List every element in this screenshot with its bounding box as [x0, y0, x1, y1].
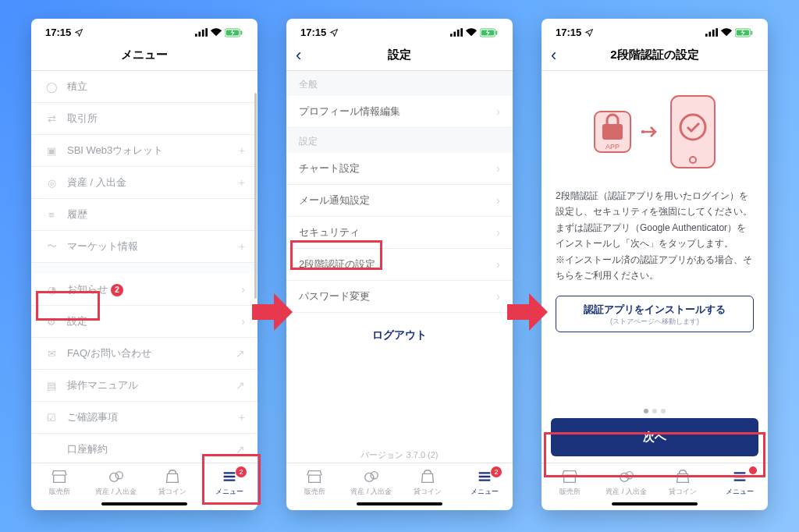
- svg-rect-11: [457, 30, 460, 37]
- svg-rect-9: [450, 34, 453, 37]
- settings-security[interactable]: セキュリティ›: [286, 217, 513, 249]
- back-button[interactable]: ‹: [551, 47, 556, 64]
- bell-icon: ◔: [44, 284, 59, 296]
- status-time: 17:15: [300, 27, 326, 38]
- tab-assets[interactable]: 資産 / 入出金: [343, 468, 400, 497]
- svg-rect-0: [195, 34, 197, 37]
- coins-icon: [618, 468, 635, 485]
- settings-chart[interactable]: チャート設定›: [286, 153, 513, 185]
- bag-icon: [164, 468, 181, 485]
- svg-rect-18: [705, 34, 708, 37]
- settings-mail[interactable]: メール通知設定›: [286, 185, 513, 217]
- tab-lending[interactable]: 貸コイン: [655, 468, 712, 497]
- menu-item-web3[interactable]: ▣SBI Web3ウォレット+: [31, 135, 257, 167]
- scrollbar[interactable]: [254, 93, 257, 436]
- svg-rect-26: [602, 124, 623, 140]
- tab-badge: 2: [491, 466, 502, 477]
- list-icon: ≡: [44, 209, 59, 221]
- tab-assets[interactable]: 資産 / 入出金: [598, 468, 655, 497]
- screen-menu: 17:15 メニュー ◯積立 ⇄取引所 ▣SBI Web3ウォレット+ ◎資産 …: [31, 19, 257, 510]
- tab-sales[interactable]: 販売所: [31, 468, 88, 497]
- svg-point-32: [620, 473, 629, 481]
- screen-settings: 17:15 ‹ 設定 全般 プロフィール情報編集› 設定 チャート設定› メール…: [286, 19, 513, 510]
- settings-profile[interactable]: プロフィール情報編集›: [286, 96, 513, 128]
- flow-arrow-2: [503, 289, 550, 335]
- menu-item-history[interactable]: ≡履歴: [31, 199, 257, 231]
- illustration: APP: [556, 83, 754, 188]
- menu-item-manual[interactable]: ▤操作マニュアル↗: [31, 370, 257, 402]
- status-right: [705, 28, 754, 37]
- title-bar: ‹ 設定: [286, 41, 513, 71]
- arrow-right-icon: [641, 124, 660, 140]
- signal-icon: [450, 28, 463, 37]
- status-right: [450, 28, 499, 37]
- logout-button[interactable]: ログアウト: [286, 313, 513, 358]
- svg-rect-19: [708, 32, 711, 37]
- location-icon: [329, 28, 339, 37]
- gear-icon: ⚙: [44, 316, 59, 328]
- tab-sales[interactable]: 販売所: [542, 468, 598, 497]
- menu-item-exchange[interactable]: ⇄取引所: [31, 103, 257, 135]
- status-time: 17:15: [556, 27, 581, 38]
- tab-badge: [749, 466, 757, 474]
- wifi-icon: [720, 28, 733, 37]
- tab-badge: 2: [236, 466, 247, 477]
- svg-rect-6: [241, 30, 243, 34]
- svg-rect-2: [202, 30, 204, 37]
- tab-lending[interactable]: 貸コイン: [144, 468, 201, 497]
- shop-icon: [51, 468, 68, 485]
- flow-arrow-1: [248, 289, 295, 335]
- tab-lending[interactable]: 貸コイン: [400, 468, 456, 497]
- next-button[interactable]: 次へ: [551, 418, 758, 456]
- exchange-icon: ⇄: [44, 113, 59, 125]
- menu-item-notice[interactable]: ◔お知らせ2›: [31, 274, 257, 306]
- menu-item-confirm[interactable]: ☑ご確認事項+: [31, 402, 257, 434]
- home-indicator[interactable]: [357, 502, 442, 505]
- coins-icon: [363, 468, 380, 485]
- svg-rect-24: [751, 30, 753, 34]
- page-title: 2段階認証の設定: [610, 48, 698, 62]
- settings-2fa[interactable]: 2段階認証の設定›: [286, 249, 513, 281]
- menu-list: ◯積立 ⇄取引所 ▣SBI Web3ウォレット+ ◎資産 / 入出金+ ≡履歴 …: [31, 71, 257, 463]
- tab-menu[interactable]: 2メニュー: [456, 468, 513, 497]
- status-bar: 17:15: [31, 19, 257, 41]
- settings-password[interactable]: パスワード変更›: [286, 281, 513, 313]
- menu-item-close-account[interactable]: 口座解約↗: [31, 434, 257, 463]
- bag-icon: [674, 468, 691, 485]
- settings-list: 全般 プロフィール情報編集› 設定 チャート設定› メール通知設定› セキュリテ…: [286, 71, 513, 445]
- svg-rect-10: [453, 32, 456, 37]
- svg-text:APP: APP: [605, 143, 620, 151]
- app-lock-icon: APP: [591, 108, 634, 155]
- menu-item-faq[interactable]: ✉FAQ/お問い合わせ↗: [31, 338, 257, 370]
- wallet-icon: ▣: [44, 145, 59, 157]
- menu-item-assets[interactable]: ◎資産 / 入出金+: [31, 167, 257, 199]
- home-indicator[interactable]: [101, 502, 187, 505]
- back-button[interactable]: ‹: [296, 47, 301, 64]
- bag-icon: [419, 468, 436, 485]
- signal-icon: [195, 28, 208, 37]
- menu-item-settings[interactable]: ⚙設定›: [31, 306, 257, 338]
- svg-point-33: [626, 472, 633, 479]
- title-bar: メニュー: [31, 41, 257, 71]
- tab-assets[interactable]: 資産 / 入出金: [88, 468, 145, 497]
- status-time: 17:15: [45, 27, 71, 38]
- coins-icon: [108, 468, 125, 485]
- tab-sales[interactable]: 販売所: [286, 468, 343, 497]
- coins-icon: ◎: [44, 177, 59, 189]
- menu-item-tsumitate[interactable]: ◯積立: [31, 71, 257, 103]
- page-title: メニュー: [121, 48, 168, 62]
- svg-rect-3: [205, 28, 208, 37]
- tab-menu[interactable]: メニュー: [712, 468, 769, 497]
- tab-menu[interactable]: 2メニュー: [201, 468, 258, 497]
- svg-rect-21: [716, 28, 718, 37]
- battery-icon: [480, 28, 499, 37]
- location-icon: [74, 28, 83, 37]
- menu-item-market[interactable]: 〜マーケット情報+: [31, 231, 257, 263]
- content: APP 2段階認証（認証アプリを用いたログイン）を設定し、セキュリティを強固にし…: [542, 71, 768, 401]
- install-app-button[interactable]: 認証アプリをインストールする (ストアページへ移動します): [556, 296, 754, 332]
- notice-badge: 2: [111, 284, 123, 296]
- mail-icon: ✉: [44, 348, 59, 360]
- home-indicator[interactable]: [612, 502, 698, 505]
- svg-rect-1: [198, 32, 201, 37]
- status-bar: 17:15: [286, 19, 513, 41]
